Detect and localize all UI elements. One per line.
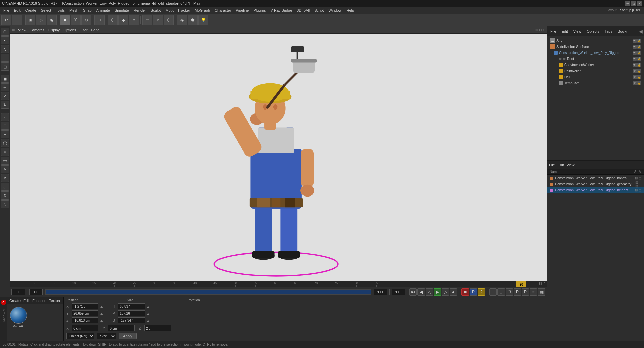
eye-icon-pr[interactable]: 👁 bbox=[633, 69, 637, 73]
left-poly-btn[interactable]: ▪ bbox=[1, 36, 9, 44]
menu-sculpt[interactable]: Sculpt bbox=[149, 8, 163, 13]
record-pos[interactable]: P bbox=[470, 288, 477, 296]
key-auto-btn[interactable]: ⏱ bbox=[506, 288, 513, 296]
viewport-menu-cameras[interactable]: Cameras bbox=[30, 28, 45, 32]
left-scale-btn[interactable]: ⤢ bbox=[1, 92, 9, 100]
right-tab-edit[interactable]: Edit bbox=[560, 29, 569, 34]
toolbar-select[interactable]: □ bbox=[94, 15, 105, 25]
toolbar-move[interactable]: ✕ bbox=[60, 15, 70, 25]
p-rot-input[interactable] bbox=[118, 310, 145, 316]
viewport-menu-panel[interactable]: Panel bbox=[91, 28, 100, 32]
mat-row-bones[interactable]: Construction_Worker_Low_Poly_Rigged_bone… bbox=[547, 175, 644, 181]
menu-motion-tracker[interactable]: Motion Tracker bbox=[163, 8, 192, 13]
toolbar-undo[interactable]: ↩ bbox=[1, 15, 11, 25]
frame-current-input[interactable] bbox=[29, 289, 43, 295]
key-options-btn[interactable]: ≡ bbox=[530, 288, 537, 296]
record-rot[interactable]: ? bbox=[478, 288, 485, 296]
menu-3dtoall[interactable]: 3DToAll bbox=[295, 8, 312, 13]
left-mirror-btn[interactable]: ⟺ bbox=[1, 157, 9, 165]
mat-tab-file[interactable]: File bbox=[549, 163, 555, 167]
mat-tab-edit[interactable]: Edit bbox=[558, 163, 564, 167]
scene-item-paintroller[interactable]: PaintRoller 👁 🔒 bbox=[547, 68, 644, 74]
lock-icon-root[interactable]: 🔒 bbox=[637, 57, 641, 61]
toolbar-floor[interactable]: ▭ bbox=[142, 15, 152, 25]
size-mode-select[interactable]: Size Scale bbox=[97, 333, 116, 339]
menu-vray[interactable]: V-Ray Bridge bbox=[269, 8, 294, 13]
right-tab-view[interactable]: View bbox=[572, 29, 583, 34]
left-select-btn[interactable]: ▣ bbox=[1, 75, 9, 83]
left-rotate-btn[interactable]: ↻ bbox=[1, 101, 9, 109]
left-smooth-btn[interactable]: ∿ bbox=[1, 200, 9, 208]
viewport-menu-display[interactable]: Display bbox=[48, 28, 60, 32]
eye-icon-subdiv[interactable]: 👁 bbox=[633, 45, 637, 49]
coord-system-select[interactable]: Object (Rel) World Screen bbox=[66, 333, 94, 339]
menu-create[interactable]: Create bbox=[23, 8, 38, 13]
left-layers-btn[interactable]: ≋ bbox=[1, 174, 9, 182]
toolbar-rotate[interactable]: ⊙ bbox=[81, 15, 91, 25]
left-iron-btn[interactable]: ◯ bbox=[1, 139, 9, 147]
key-rot-btn[interactable]: R bbox=[522, 288, 529, 296]
step-fwd-btn[interactable]: ▷ bbox=[442, 288, 449, 296]
play-fwd-btn[interactable]: ▶ bbox=[434, 288, 441, 296]
toolbar-bulb[interactable]: 💡 bbox=[198, 15, 208, 25]
y-pos-input[interactable] bbox=[72, 310, 98, 316]
x-pos-up[interactable]: ▲ bbox=[100, 305, 103, 308]
toolbar-material[interactable]: ◈ bbox=[177, 15, 187, 25]
menu-simulate[interactable]: Simulate bbox=[113, 8, 131, 13]
eye-icon-cwr[interactable]: 👁 bbox=[633, 51, 637, 55]
viewport-canvas[interactable] bbox=[10, 34, 547, 281]
mat-create-btn[interactable]: Create bbox=[9, 299, 21, 303]
menu-help[interactable]: Help bbox=[345, 8, 356, 13]
scene-item-tempcam[interactable]: TempCam 👁 🔒 bbox=[547, 80, 644, 86]
timeline-view-btn[interactable]: ▦ bbox=[538, 288, 545, 296]
left-magnet-btn[interactable]: ∪ bbox=[1, 148, 9, 156]
z-pos-input[interactable] bbox=[72, 317, 98, 323]
eye-icon-cw[interactable]: 👁 bbox=[633, 63, 637, 67]
close-button[interactable]: ✕ bbox=[637, 1, 642, 6]
scene-item-subdivision[interactable]: Subdivision Surface 👁 🔒 bbox=[547, 44, 644, 50]
toolbar-camera[interactable]: ⬡ bbox=[108, 15, 118, 25]
record-btn[interactable]: ⏺ bbox=[461, 288, 469, 296]
minimize-button[interactable]: ─ bbox=[625, 1, 630, 6]
left-model-btn[interactable]: ⬡ bbox=[1, 28, 9, 36]
goto-end-btn[interactable]: ⏭ bbox=[450, 288, 457, 296]
material-thumb-item[interactable]: Low_Po... bbox=[10, 307, 27, 328]
toolbar-render-picture[interactable]: ◉ bbox=[47, 15, 57, 25]
b-rot-input[interactable] bbox=[118, 317, 145, 323]
y-size-input[interactable] bbox=[108, 325, 135, 331]
h-rot-input[interactable] bbox=[118, 303, 145, 309]
viewport-menu-view[interactable]: View bbox=[18, 28, 26, 32]
x-size-input[interactable] bbox=[72, 325, 98, 331]
left-point-btn[interactable]: · bbox=[1, 54, 9, 62]
left-move-btn[interactable]: ✛ bbox=[1, 83, 9, 91]
mat-tab-view[interactable]: View bbox=[567, 163, 575, 167]
left-edge-btn[interactable]: ╲ bbox=[1, 45, 9, 53]
scene-item-root[interactable]: ⊕ ⊕ Root 👁 🔒 bbox=[547, 56, 644, 62]
goto-start-btn[interactable]: ⏮ bbox=[409, 288, 417, 296]
lock-icon-pr[interactable]: 🔒 bbox=[637, 69, 641, 73]
scene-item-construction-worker-rigged[interactable]: Construction_Worker_Low_Poly_Rigged 👁 🔒 bbox=[547, 50, 644, 56]
viewport-menu-options[interactable]: Options bbox=[63, 28, 76, 32]
lock-icon-sky[interactable]: 🔒 bbox=[637, 39, 641, 43]
mat-row-helpers[interactable]: Construction_Worker_Low_Poly_Rigged_help… bbox=[547, 187, 644, 193]
key-pos-btn[interactable]: P bbox=[514, 288, 521, 296]
viewport-menu-filter[interactable]: Filter bbox=[79, 28, 87, 32]
key-delete-btn[interactable]: ⊟ bbox=[497, 288, 505, 296]
lock-icon-tempcam[interactable]: 🔒 bbox=[637, 81, 641, 85]
toolbar-object[interactable]: ◆ bbox=[118, 15, 128, 25]
toolbar-env[interactable]: ⬡ bbox=[164, 15, 174, 25]
frame-total[interactable] bbox=[392, 289, 405, 295]
eye-icon-sky[interactable]: 👁 bbox=[633, 39, 637, 43]
menu-mesh[interactable]: Mesh bbox=[67, 8, 80, 13]
x-pos-input[interactable] bbox=[72, 303, 98, 309]
z-size-input[interactable] bbox=[144, 325, 171, 331]
lock-icon-cw[interactable]: 🔒 bbox=[637, 63, 641, 67]
toolbar-scale[interactable]: Y bbox=[71, 15, 81, 25]
menu-snap[interactable]: Snap bbox=[81, 8, 94, 13]
right-collapse-btn[interactable]: ◀ bbox=[639, 29, 643, 34]
left-paint-btn[interactable]: ✎ bbox=[1, 165, 9, 173]
scene-item-construction-worker[interactable]: ConstructionWorker 👁 🔒 bbox=[547, 62, 644, 68]
frame-scrubber[interactable] bbox=[45, 289, 371, 295]
menu-script[interactable]: Script bbox=[312, 8, 326, 13]
scene-item-sky[interactable]: ☁ Sky 👁 🔒 bbox=[547, 38, 644, 44]
